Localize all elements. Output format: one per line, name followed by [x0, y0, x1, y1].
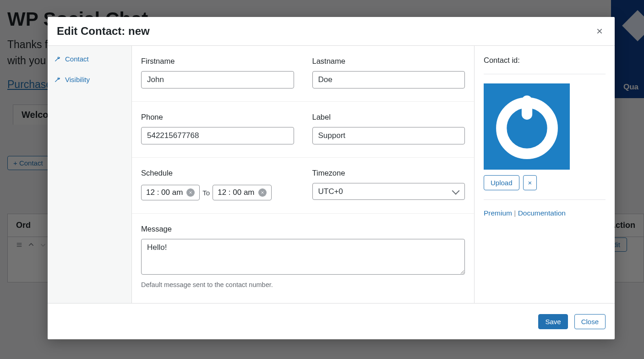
save-button[interactable]: Save: [538, 314, 568, 329]
message-helper: Default message sent to the contact numb…: [141, 281, 465, 288]
sidebar-item-label: Visibility: [65, 76, 90, 83]
edit-contact-modal: Edit Contact: new Contact Visibility: [48, 17, 615, 339]
premium-link[interactable]: Premium: [484, 209, 512, 217]
remove-avatar-button[interactable]: ×: [523, 175, 537, 190]
modal-sidebar: Contact Visibility: [48, 46, 132, 303]
lastname-input[interactable]: [312, 71, 465, 88]
avatar: [484, 83, 570, 170]
close-icon: [596, 28, 603, 35]
phone-input[interactable]: [141, 127, 294, 144]
wrench-icon: [54, 56, 60, 62]
modal-header: Edit Contact: new: [48, 17, 615, 46]
timezone-select[interactable]: UTC+0: [312, 183, 465, 200]
sidebar-item-label: Contact: [65, 55, 89, 63]
schedule-to-value: 12 : 00 am: [218, 188, 254, 197]
clear-icon: [188, 190, 193, 195]
schedule-from-value: 12 : 00 am: [146, 188, 183, 197]
modal-title: Edit Contact: new: [57, 25, 150, 38]
close-button[interactable]: [594, 25, 606, 37]
message-textarea[interactable]: [141, 239, 465, 275]
clear-icon: [260, 190, 265, 195]
firstname-label: Firstname: [141, 57, 294, 66]
form-scroll-area[interactable]: Firstname Lastname Phone: [132, 46, 474, 303]
clear-to-button[interactable]: [258, 188, 267, 197]
svg-rect-4: [521, 95, 532, 120]
close-modal-button[interactable]: Close: [574, 314, 606, 329]
schedule-to-input[interactable]: 12 : 00 am: [213, 185, 271, 200]
lastname-label: Lastname: [312, 57, 465, 66]
schedule-label: Schedule: [141, 169, 294, 177]
upload-button[interactable]: Upload: [484, 175, 519, 190]
modal-footer: Save Close: [48, 304, 615, 339]
documentation-link[interactable]: Documentation: [518, 209, 566, 217]
modal-right-panel: Contact id: Upload × Premium | Documenta…: [474, 46, 615, 303]
contact-id-label: Contact id:: [484, 56, 606, 65]
message-label: Message: [141, 225, 465, 233]
wrench-icon: [54, 77, 60, 83]
phone-label: Phone: [141, 113, 294, 122]
sidebar-item-visibility[interactable]: Visibility: [48, 69, 131, 90]
schedule-to-label: To: [202, 189, 210, 197]
clear-from-button[interactable]: [186, 188, 195, 197]
link-separator: |: [512, 209, 518, 217]
label-label: Label: [312, 113, 465, 122]
label-input[interactable]: [312, 127, 465, 144]
timezone-label: Timezone: [312, 169, 465, 177]
gravatar-icon: [491, 91, 562, 162]
schedule-from-input[interactable]: 12 : 00 am: [141, 185, 200, 200]
firstname-input[interactable]: [141, 71, 294, 88]
sidebar-item-contact[interactable]: Contact: [48, 49, 131, 69]
